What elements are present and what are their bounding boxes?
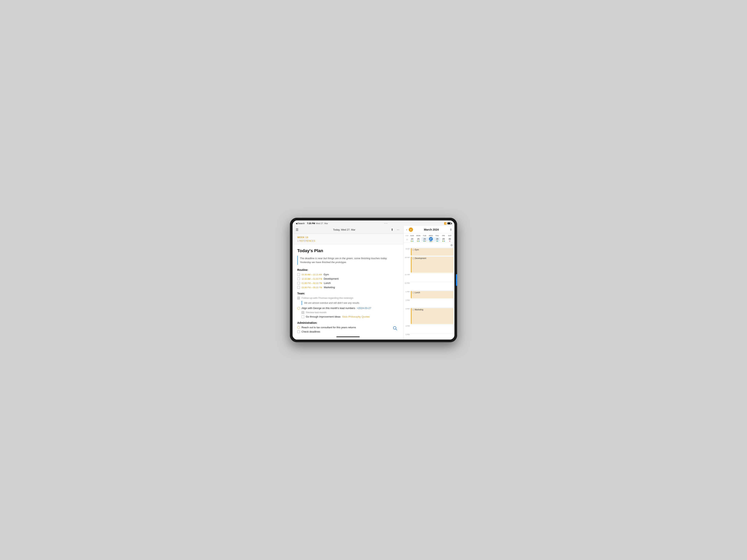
week-label[interactable]: WEEK 13 (297, 236, 398, 239)
time-slot-12pm: 12 PM (404, 282, 455, 290)
gym-name: Gym (324, 273, 329, 276)
hamburger-icon[interactable]: ☰ (296, 228, 299, 232)
development-event[interactable]: Development (411, 257, 454, 273)
status-center: ··· (384, 222, 388, 225)
tax-circle[interactable] (297, 326, 300, 329)
lunch-name: Lunch (324, 282, 331, 284)
dev-event-checkbox[interactable] (412, 258, 414, 259)
more-button[interactable]: ··· (396, 228, 400, 232)
time-area-2pm (410, 299, 455, 307)
lunch-event-checkbox[interactable] (412, 292, 414, 294)
time-slot-5pm: 5 PM (404, 333, 455, 339)
time-area-3pm: Marketing (410, 307, 455, 325)
svg-point-0 (298, 297, 300, 299)
status-date: Wed 27. Mar (316, 222, 328, 225)
wifi-icon: 📶 (444, 222, 447, 225)
time-area-4pm (410, 325, 455, 333)
dev-checkbox[interactable] (297, 278, 300, 280)
ipad-screen: ◀ Search 7:25 PM Wed 27. Mar ··· 📶 ☰ (292, 221, 455, 339)
day-25[interactable]: 25 (415, 237, 421, 240)
time-label-11am: 11 AM (404, 273, 410, 276)
deadlines-checkbox[interactable] (297, 330, 300, 333)
marketing-event-checkbox[interactable] (412, 309, 414, 310)
status-left: ◀ Search 7:25 PM Wed 27. Mar (296, 222, 328, 225)
review-checked[interactable] (302, 311, 304, 314)
task-improvement: Go through improvement ideas Stoic Philo… (302, 315, 398, 318)
share-button[interactable]: ⬆ (390, 227, 394, 232)
marketing-name: Marketing (324, 286, 335, 289)
status-bar: ◀ Search 7:25 PM Wed 27. Mar ··· 📶 (292, 221, 455, 226)
time-label-12pm: 12 PM (404, 282, 410, 284)
gym-event[interactable]: Gym (411, 248, 454, 255)
week13-row: 13 24 25 (405, 237, 453, 242)
toolbar: ☰ Today, Wed 27. Mar ⬆ ··· (292, 226, 403, 234)
ipad-frame: ◀ Search 7:25 PM Wed 27. Mar ··· 📶 ☰ (290, 218, 457, 342)
lunch-event[interactable]: Lunch (411, 291, 454, 298)
cw13: 13 (405, 238, 409, 240)
day-26[interactable]: 26 (421, 237, 428, 240)
lunch-checkbox[interactable] (297, 282, 300, 284)
improvement-checkbox[interactable] (302, 315, 304, 318)
task-lunch: 01:00 PM – 02:00 PM Lunch (297, 282, 398, 284)
toolbar-right: ⬆ ··· (390, 227, 400, 232)
time-label-5pm: 5 PM (404, 333, 410, 335)
task-development: 10:15 AM – 01:00 PM Development (297, 277, 398, 280)
time-slot-10am: 10 AM Development (404, 256, 455, 273)
admin-section: Administration: (297, 321, 398, 324)
time-area-10am: Development (410, 256, 455, 273)
references-label[interactable]: 1 REFERENCES (297, 239, 398, 242)
gym-event-label: Gym (415, 249, 419, 251)
fri-header: FRI (440, 234, 446, 237)
cal-prev-button[interactable]: › (406, 228, 408, 232)
tue-header: TUE (421, 234, 428, 237)
time-label-3pm: 3 PM (404, 307, 410, 310)
george-date-link[interactable]: >2024-03-27 (357, 307, 371, 310)
task-marketing: 03:00 PM – 05:00 PM Marketing (297, 286, 398, 289)
status-right: 📶 (444, 222, 451, 225)
plan-quote: The deadline is near but things are in t… (300, 257, 387, 264)
time-area-11am (410, 273, 455, 282)
stoic-link[interactable]: Stoic Philosophy Quotes (342, 315, 369, 318)
overdue-quote: We are almost overdue and still didn't s… (302, 301, 398, 305)
day-28[interactable]: 28 (434, 237, 440, 240)
day-27-today[interactable]: 27 (429, 237, 433, 241)
gym-time: 09:30 AM – 10:15 AM (302, 273, 322, 276)
marketing-checkbox[interactable] (297, 286, 300, 289)
search-fab[interactable] (392, 325, 398, 332)
time-slot-9am: 9 AM Gym (404, 248, 455, 256)
cal-expand-button[interactable]: ⇕ (450, 228, 452, 231)
dev-time: 10:15 AM – 01:00 PM (302, 278, 322, 280)
deadlines-task: Check deadlines (302, 330, 320, 333)
time-area-1pm: Lunch (410, 290, 455, 299)
notes-panel: ☰ Today, Wed 27. Mar ⬆ ··· WEEK 13 1 REF… (292, 226, 404, 339)
calendar-panel: › ● March 2024 ⇕ CW SUN MON TUE WED THU … (404, 226, 455, 339)
time-area-9am: Gym (410, 248, 455, 256)
routine-section: Routine: (297, 268, 398, 272)
notes-content: Today's Plan The deadline is near but th… (292, 245, 403, 336)
marketing-event[interactable]: Marketing (411, 308, 454, 324)
george-circle[interactable] (297, 307, 300, 310)
lunch-event-label: Lunch (415, 291, 420, 294)
main-area: ☰ Today, Wed 27. Mar ⬆ ··· WEEK 13 1 REF… (292, 226, 455, 339)
svg-rect-1 (302, 312, 304, 313)
time-area-12pm (410, 282, 455, 290)
time-label-1pm: 1 PM (404, 290, 410, 292)
task-review-last-month: Review last month (302, 311, 398, 314)
gym-checkbox[interactable] (297, 273, 300, 276)
gym-event-checkbox[interactable] (412, 249, 414, 251)
day-30[interactable]: 30 (447, 237, 453, 240)
time-grid[interactable]: 9 AM Gym 10 AM (404, 248, 455, 339)
calendar-header: › ● March 2024 ⇕ (404, 226, 455, 233)
george-task: Align with George on this month's lead n… (302, 307, 355, 310)
day-24[interactable]: 24 (409, 237, 415, 240)
today-dot[interactable]: ● (409, 227, 413, 232)
toolbar-title: Today, Wed 27. Mar (333, 228, 355, 231)
tax-task: Reach out to tax consultant for this yea… (302, 326, 356, 329)
back-search[interactable]: ◀ Search (296, 222, 305, 225)
week-header: WEEK 13 1 REFERENCES (292, 234, 403, 245)
task-tax: Reach out to tax consultant for this yea… (297, 326, 398, 329)
thomas-checked-icon[interactable] (297, 297, 300, 300)
gear-button[interactable]: ⚙ (450, 244, 453, 247)
time-label-2pm: 2 PM (404, 299, 410, 301)
day-29[interactable]: 29 (440, 237, 446, 240)
